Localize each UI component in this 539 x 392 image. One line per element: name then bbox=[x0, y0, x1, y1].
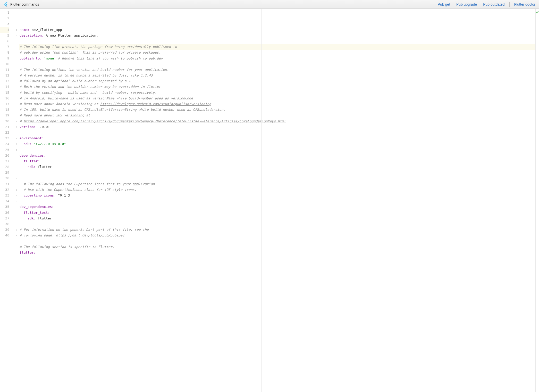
code-line[interactable]: # following page: https://dart.dev/tools… bbox=[19, 233, 535, 238]
fold-marker[interactable] bbox=[14, 107, 19, 113]
line-number: 12 bbox=[0, 73, 9, 78]
code-line[interactable]: dev_dependencies: bbox=[19, 204, 535, 210]
code-line[interactable]: # In Android, build-name is used as vers… bbox=[19, 96, 535, 101]
code-line[interactable] bbox=[19, 130, 535, 135]
fold-marker[interactable] bbox=[14, 56, 19, 61]
code-line[interactable] bbox=[19, 175, 535, 181]
fold-marker[interactable] bbox=[14, 38, 19, 44]
fold-marker[interactable] bbox=[14, 216, 19, 221]
fold-marker[interactable] bbox=[14, 90, 19, 96]
fold-marker[interactable]: ⊟ bbox=[14, 233, 19, 238]
pub-outdated-link[interactable]: Pub outdated bbox=[483, 2, 504, 6]
fold-marker[interactable]: ⊟ bbox=[14, 198, 19, 204]
code-line[interactable]: # For information on the generic Dart pa… bbox=[19, 227, 535, 233]
fold-marker[interactable]: ⊟ bbox=[14, 27, 19, 33]
fold-marker[interactable]: ⊟ bbox=[14, 187, 19, 193]
fold-marker[interactable]: ⊟ bbox=[14, 33, 19, 38]
code-line[interactable]: sdk: flutter bbox=[19, 164, 535, 170]
line-number: 24 bbox=[0, 141, 9, 147]
code-line[interactable]: flutter_test: bbox=[19, 210, 535, 216]
fold-marker[interactable] bbox=[14, 158, 19, 164]
line-number: 14 bbox=[0, 84, 9, 90]
code-line[interactable]: publish_to: 'none' # Remove this line if… bbox=[19, 56, 535, 61]
fold-marker[interactable] bbox=[14, 61, 19, 67]
code-line[interactable]: version: 1.0.0+1 bbox=[19, 124, 535, 130]
pub-get-link[interactable]: Pub get bbox=[438, 2, 450, 6]
toolbar-right: Pub get Pub upgrade Pub outdated Flutter… bbox=[438, 2, 535, 7]
code-line[interactable] bbox=[19, 170, 535, 175]
line-number: 23 bbox=[0, 135, 9, 141]
fold-marker[interactable] bbox=[14, 67, 19, 73]
fold-marker[interactable] bbox=[14, 73, 19, 78]
code-line[interactable] bbox=[19, 38, 535, 44]
fold-marker[interactable] bbox=[14, 10, 19, 15]
line-number: 8 bbox=[0, 50, 9, 55]
fold-marker[interactable]: ⊟ bbox=[14, 193, 19, 198]
fold-marker[interactable] bbox=[14, 96, 19, 101]
code-line[interactable]: # Both the version and the builder numbe… bbox=[19, 84, 535, 90]
fold-marker[interactable] bbox=[14, 153, 19, 158]
code-line[interactable]: # The following line prevents the packag… bbox=[19, 44, 535, 50]
fold-marker[interactable] bbox=[14, 170, 19, 175]
fold-marker[interactable]: ⌐ bbox=[14, 181, 19, 187]
code-line[interactable]: # A version number is three numbers sepa… bbox=[19, 73, 535, 78]
fold-marker[interactable] bbox=[14, 78, 19, 84]
code-line[interactable] bbox=[19, 147, 535, 153]
line-number: 37 bbox=[0, 216, 9, 221]
code-line[interactable] bbox=[19, 238, 535, 244]
code-line[interactable]: # The following section is specific to F… bbox=[19, 244, 535, 250]
fold-marker[interactable] bbox=[14, 210, 19, 216]
fold-marker[interactable]: ⊟ bbox=[14, 147, 19, 153]
flutter-icon bbox=[4, 2, 8, 6]
fold-marker[interactable] bbox=[14, 44, 19, 50]
line-number: 15 bbox=[0, 90, 9, 96]
fold-marker[interactable]: ⊟ bbox=[14, 175, 19, 181]
code-line[interactable]: # pub.dev using `pub publish`. This is p… bbox=[19, 50, 535, 55]
code-line[interactable] bbox=[19, 61, 535, 67]
toolbar-title: Flutter commands bbox=[10, 2, 39, 6]
code-line[interactable]: environment: bbox=[19, 135, 535, 141]
code-line[interactable]: # The following defines the version and … bbox=[19, 67, 535, 73]
code-line[interactable]: dependencies: bbox=[19, 153, 535, 158]
fold-marker[interactable] bbox=[14, 204, 19, 210]
code-line[interactable]: flutter: bbox=[19, 158, 535, 164]
fold-marker[interactable]: ⌐ bbox=[14, 221, 19, 227]
code-line[interactable]: sdk: ">=2.7.0 <3.0.0" bbox=[19, 141, 535, 147]
code-line[interactable]: # The following adds the Cupertino Icons… bbox=[19, 181, 535, 187]
fold-marker[interactable]: ⊟ bbox=[14, 227, 19, 233]
code-line[interactable]: description: A new Flutter application. bbox=[19, 33, 535, 38]
fold-marker[interactable] bbox=[14, 84, 19, 90]
code-line[interactable]: # In iOS, build-name is used as CFBundle… bbox=[19, 107, 535, 113]
code-line[interactable]: # build by specifying --build-name and -… bbox=[19, 90, 535, 96]
code-line[interactable] bbox=[19, 221, 535, 227]
right-margin-line bbox=[261, 9, 262, 392]
fold-marker[interactable] bbox=[14, 15, 19, 21]
fold-marker[interactable]: ⊟ bbox=[14, 118, 19, 124]
code-line[interactable]: # Use with the CupertinoIcons class for … bbox=[19, 187, 535, 193]
line-number: 34 bbox=[0, 198, 9, 204]
fold-marker[interactable] bbox=[14, 164, 19, 170]
code-area[interactable]: name: new_flutter_appdescription: A new … bbox=[19, 9, 535, 392]
fold-marker[interactable] bbox=[14, 113, 19, 118]
flutter-doctor-link[interactable]: Flutter doctor bbox=[514, 2, 535, 6]
fold-marker[interactable] bbox=[14, 50, 19, 55]
fold-marker[interactable]: ⌐ bbox=[14, 101, 19, 107]
code-line[interactable]: cupertino_icons: ^0.1.3 bbox=[19, 193, 535, 198]
fold-marker[interactable]: ⊟ bbox=[14, 141, 19, 147]
code-line[interactable]: # Read more about Android versioning at … bbox=[19, 101, 535, 107]
line-number: 33 bbox=[0, 193, 9, 198]
fold-marker[interactable] bbox=[14, 21, 19, 27]
pub-upgrade-link[interactable]: Pub upgrade bbox=[456, 2, 477, 6]
code-line[interactable] bbox=[19, 198, 535, 204]
line-number: 20 bbox=[0, 118, 9, 124]
code-line[interactable]: # https://developer.apple.com/library/ar… bbox=[19, 118, 535, 124]
code-line[interactable]: # followed by an optional build number s… bbox=[19, 78, 535, 84]
fold-marker[interactable] bbox=[14, 130, 19, 135]
code-line[interactable]: name: new_flutter_app bbox=[19, 27, 535, 33]
code-line[interactable]: flutter: bbox=[19, 250, 535, 255]
code-line[interactable]: # Read more about iOS versioning at bbox=[19, 113, 535, 118]
analysis-ok-icon bbox=[535, 10, 538, 13]
fold-marker[interactable]: ⊟ bbox=[14, 124, 19, 130]
fold-marker[interactable]: ⊟ bbox=[14, 135, 19, 141]
code-line[interactable]: sdk: flutter bbox=[19, 216, 535, 221]
